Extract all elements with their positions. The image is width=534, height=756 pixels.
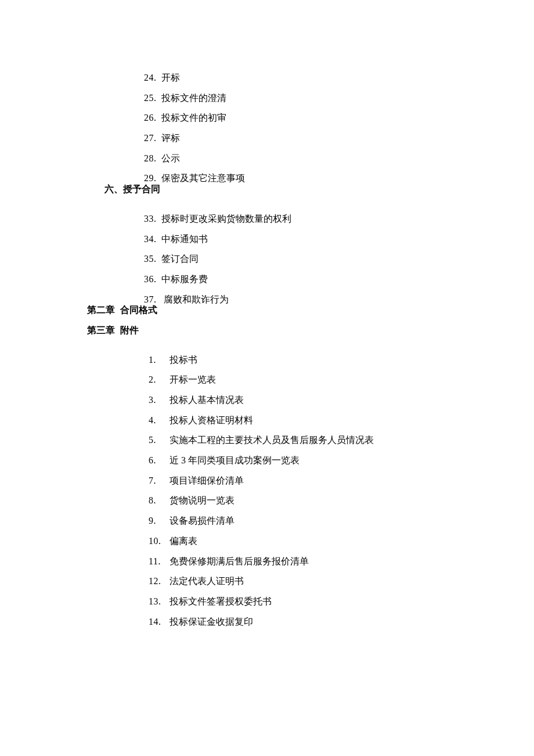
item-text: 货物说明一览表 (169, 495, 234, 505)
attachment-item: 12.法定代表人证明书 (0, 567, 534, 588)
item-number: 34. (144, 235, 161, 244)
item-text: 近 3 年同类项目成功案例一览表 (169, 455, 300, 465)
item-number: 4. (149, 416, 169, 425)
toc-item: 26.投标文件的初审 (0, 104, 534, 124)
toc-item: 34.中标通知书 (0, 225, 534, 246)
item-text: 签订合同 (161, 254, 199, 264)
item-text: 投标书 (169, 355, 197, 365)
attachment-item: 2.开标一览表 (0, 366, 534, 386)
item-number: 36. (144, 275, 161, 284)
item-number: 12. (149, 577, 169, 586)
attachment-item: 8.货物说明一览表 (0, 487, 534, 507)
attachment-item: 10.偏离表 (0, 527, 534, 548)
item-text: 中标服务费 (161, 274, 208, 284)
item-number: 24. (144, 73, 161, 82)
item-number: 35. (144, 254, 161, 264)
item-number: 26. (144, 113, 161, 123)
toc-item: 33.授标时更改采购货物数量的权利 (0, 205, 534, 225)
item-text: 公示 (161, 153, 180, 163)
attachment-item: 6.近 3 年同类项目成功案例一览表 (0, 447, 534, 467)
toc-item: 28.公示 (0, 145, 534, 165)
item-number: 7. (149, 476, 169, 485)
item-number: 8. (149, 496, 169, 505)
item-number: 27. (144, 134, 161, 143)
item-text: 投标文件的澄清 (161, 93, 226, 103)
attachment-item: 5.实施本工程的主要技术人员及售后服务人员情况表 (0, 426, 534, 447)
attachment-item: 13.投标文件签署授权委托书 (0, 588, 534, 608)
toc-item: 25.投标文件的澄清 (0, 84, 534, 105)
item-text: 投标人资格证明材料 (169, 415, 253, 425)
item-text: 授标时更改采购货物数量的权利 (161, 214, 291, 224)
item-text: 免费保修期满后售后服务报价清单 (169, 556, 309, 566)
chapter-heading-3: 第三章 附件 (0, 326, 534, 346)
toc-item: 37. 腐败和欺诈行为 (0, 286, 534, 306)
item-number: 13. (149, 597, 169, 606)
item-number: 28. (144, 154, 161, 163)
item-text: 实施本工程的主要技术人员及售后服务人员情况表 (169, 435, 374, 445)
item-text: 保密及其它注意事项 (161, 173, 245, 183)
toc-item: 35.签订合同 (0, 245, 534, 265)
item-text: 投标人基本情况表 (169, 395, 244, 405)
item-number: 2. (149, 375, 169, 384)
item-text: 偏离表 (169, 536, 197, 546)
item-text: 投标文件的初审 (161, 113, 226, 123)
item-number: 11. (149, 557, 169, 566)
item-number: 6. (149, 456, 169, 465)
item-number: 5. (149, 435, 169, 445)
section-heading-6: 六、授予合同 (0, 185, 534, 205)
attachment-item: 1.投标书 (0, 346, 534, 366)
item-text: 中标通知书 (161, 234, 208, 244)
item-number: 10. (149, 537, 169, 546)
item-text: 设备易损件清单 (169, 516, 234, 525)
attachment-item: 7.项目详细保价清单 (0, 467, 534, 487)
item-text: 项目详细保价清单 (169, 476, 244, 485)
chapter-heading-2: 第二章 合同格式 (0, 305, 534, 326)
toc-item: 27.评标 (0, 124, 534, 145)
toc-item: 29.保密及其它注意事项 (0, 164, 534, 185)
attachment-item: 4.投标人资格证明材料 (0, 406, 534, 427)
toc-item: 24.开标 (0, 64, 534, 84)
item-number: 1. (149, 355, 169, 365)
item-number: 9. (149, 516, 169, 525)
document-page: 24.开标 25.投标文件的澄清 26.投标文件的初审 27.评标 28.公示 … (0, 0, 534, 756)
item-text: 投标文件签署授权委托书 (169, 596, 272, 606)
item-number: 29. (144, 174, 161, 183)
attachment-item: 11.免费保修期满后售后服务报价清单 (0, 548, 534, 568)
item-text: 腐败和欺诈行为 (161, 294, 229, 304)
attachment-item: 3.投标人基本情况表 (0, 386, 534, 406)
attachment-item: 9.设备易损件清单 (0, 507, 534, 527)
item-number: 37. (144, 295, 161, 304)
item-number: 25. (144, 93, 161, 103)
item-text: 法定代表人证明书 (169, 576, 244, 586)
item-number: 3. (149, 395, 169, 405)
attachment-item: 14.投标保证金收据复印 (0, 608, 534, 628)
toc-item: 36.中标服务费 (0, 265, 534, 286)
item-text: 开标 (161, 73, 180, 82)
item-text: 开标一览表 (169, 375, 216, 384)
item-number: 14. (149, 617, 169, 627)
item-number: 33. (144, 214, 161, 224)
item-text: 投标保证金收据复印 (169, 617, 253, 627)
item-text: 评标 (161, 133, 180, 143)
